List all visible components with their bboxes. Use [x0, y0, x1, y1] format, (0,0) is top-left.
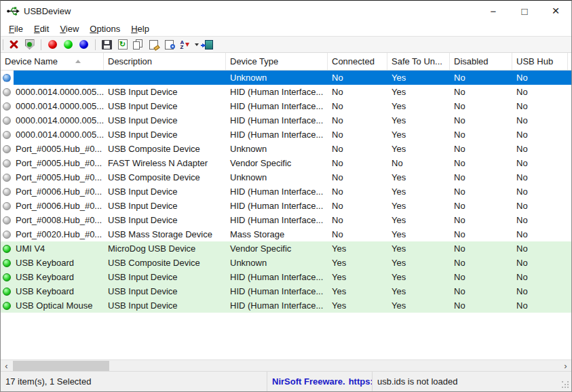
table-row[interactable]: Port_#0005.Hub_#0... USB Composite Devic…: [1, 142, 571, 156]
column-disabled[interactable]: Disabled: [450, 53, 512, 70]
table-row[interactable]: 0000.0014.0000.005... USB Input Device H…: [1, 113, 571, 128]
nirsoft-url-link[interactable]: https://www.nirsoft.net: [349, 376, 372, 387]
properties-icon[interactable]: [147, 39, 160, 51]
cell-connected: No: [328, 85, 387, 99]
cell-device-type: Vendor Specific: [226, 156, 328, 170]
cell-description: USB Input Device: [104, 213, 226, 227]
table-row[interactable]: 0000.0014.0000.005... USB Input Device H…: [1, 128, 571, 142]
scroll-right-icon[interactable]: [560, 360, 571, 371]
find-icon[interactable]: [163, 39, 176, 51]
sort-ascending-icon: [75, 60, 81, 63]
menu-edit[interactable]: Edit: [28, 22, 54, 35]
cell-connected: No: [328, 99, 387, 113]
table-row[interactable]: 0000.0014.0000.005... USB Input Device H…: [1, 99, 571, 113]
cell-device-name: Port_#0005.Hub_#0...: [14, 142, 104, 156]
device-status-icon: [3, 145, 11, 153]
minimize-button[interactable]: [478, 1, 509, 21]
cell-safe-to-unplug: No: [387, 156, 450, 170]
cell-usb-hub: No: [512, 156, 568, 170]
cell-usb-hub: No: [512, 199, 568, 213]
cell-description: USB Input Device: [104, 298, 226, 313]
column-device-name[interactable]: Device Name: [1, 53, 104, 70]
cell-connected: No: [328, 199, 387, 213]
table-row[interactable]: Port_#0008.Hub_#0... USB Input Device HI…: [1, 213, 571, 227]
menu-view[interactable]: View: [54, 22, 84, 35]
cell-usb-hub: No: [512, 184, 568, 199]
resize-grip-icon[interactable]: [561, 381, 569, 389]
cell-device-type: HID (Human Interface...: [226, 298, 328, 313]
cell-description: USB Input Device: [104, 270, 226, 284]
cell-device-name: 0000.0014.0000.005...: [14, 128, 104, 142]
menu-file[interactable]: File: [3, 22, 28, 35]
cell-connected: Yes: [328, 270, 387, 284]
scrollbar-thumb[interactable]: [13, 361, 109, 371]
column-description[interactable]: Description: [104, 53, 226, 70]
device-status-icon: [3, 188, 11, 196]
table-row[interactable]: 0000.0014.0000.005... USB Input Device H…: [1, 85, 571, 99]
cell-usb-hub: No: [512, 142, 568, 156]
cell-usb-hub: No: [512, 71, 568, 85]
table-row[interactable]: Unknown No Yes No No: [1, 71, 571, 85]
status-usbids: usb.ids is not loaded: [372, 372, 571, 391]
horizontal-scrollbar[interactable]: [1, 359, 571, 371]
table-row[interactable]: UMI V4 MicroDog USB Device Vendor Specif…: [1, 241, 571, 256]
table-row[interactable]: Port_#0006.Hub_#0... USB Input Device HI…: [1, 184, 571, 199]
refresh-icon[interactable]: [116, 39, 129, 51]
device-status-icon: [3, 259, 11, 267]
table-row[interactable]: Port_#0005.Hub_#0... FAST Wireless N Ada…: [1, 156, 571, 170]
cell-usb-hub: No: [512, 113, 568, 128]
table-row[interactable]: Port_#0005.Hub_#0... USB Composite Devic…: [1, 170, 571, 184]
sort-az-icon[interactable]: AZ: [178, 39, 191, 51]
shield-icon[interactable]: [23, 39, 36, 51]
device-status-icon: [3, 273, 11, 281]
cell-device-name: Port_#0020.Hub_#0...: [14, 227, 104, 241]
cell-device-name: Port_#0006.Hub_#0...: [14, 184, 104, 199]
cell-description: [104, 71, 226, 85]
cell-connected: No: [328, 71, 387, 85]
save-icon[interactable]: [100, 39, 113, 51]
column-device-type[interactable]: Device Type: [226, 53, 328, 70]
table-row[interactable]: Port_#0006.Hub_#0... USB Input Device HI…: [1, 199, 571, 213]
cell-connected: Yes: [328, 298, 387, 313]
cell-device-type: Unknown: [226, 256, 328, 270]
maximize-button[interactable]: [509, 1, 540, 21]
cell-device-type: HID (Human Interface...: [226, 128, 328, 142]
column-usb-hub[interactable]: USB Hub: [512, 53, 568, 70]
cell-usb-hub: No: [512, 85, 568, 99]
cell-connected: No: [328, 156, 387, 170]
usbdeview-window: USBDeview File Edit View Options Help AZ: [0, 0, 572, 392]
cell-safe-to-unplug: Yes: [387, 170, 450, 184]
device-status-icon: [3, 131, 11, 139]
table-row[interactable]: USB Optical Mouse USB Input Device HID (…: [1, 298, 571, 313]
green-ball-icon[interactable]: [62, 39, 75, 51]
blue-ball-icon[interactable]: [77, 39, 90, 51]
status-item-count: 17 item(s), 1 Selected: [1, 372, 267, 391]
cell-safe-to-unplug: Yes: [387, 85, 450, 99]
device-status-icon: [3, 302, 11, 310]
menu-help[interactable]: Help: [126, 22, 155, 35]
cell-description: MicroDog USB Device: [104, 241, 226, 256]
sort-dropdown-icon[interactable]: [195, 43, 199, 46]
scroll-left-icon[interactable]: [1, 360, 12, 371]
table-row[interactable]: Port_#0020.Hub_#0... USB Mass Storage De…: [1, 227, 571, 241]
menu-options[interactable]: Options: [84, 22, 126, 35]
delete-icon[interactable]: [7, 39, 20, 51]
column-connected[interactable]: Connected: [328, 53, 387, 70]
exit-icon[interactable]: [202, 39, 215, 51]
cell-device-type: HID (Human Interface...: [226, 85, 328, 99]
table-row[interactable]: USB Keyboard USB Composite Device Unknow…: [1, 256, 571, 270]
column-partial[interactable]: D: [568, 53, 572, 70]
cell-connected: Yes: [328, 284, 387, 298]
device-status-icon: [3, 88, 11, 96]
table-row[interactable]: USB Keyboard USB Input Device HID (Human…: [1, 270, 571, 284]
cell-usb-hub: No: [512, 170, 568, 184]
red-ball-icon[interactable]: [46, 39, 59, 51]
cell-disabled: No: [450, 170, 512, 184]
close-button[interactable]: [540, 1, 571, 21]
cell-description: USB Composite Device: [104, 142, 226, 156]
copy-icon[interactable]: [132, 39, 145, 51]
cell-usb-hub: No: [512, 227, 568, 241]
table-row[interactable]: USB Keyboard USB Input Device HID (Human…: [1, 284, 571, 298]
column-safe-to-unplug[interactable]: Safe To Un...: [387, 53, 450, 70]
cell-usb-hub: No: [512, 241, 568, 256]
